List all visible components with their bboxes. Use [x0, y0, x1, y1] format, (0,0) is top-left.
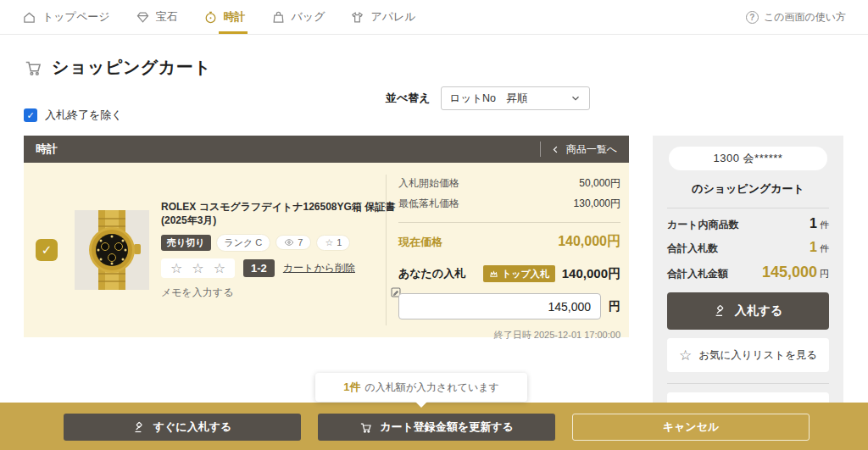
help-link[interactable]: ? この画面の使い方: [746, 0, 846, 34]
nav-item-apparel[interactable]: アパレル: [350, 0, 415, 34]
exclude-ended-checkbox[interactable]: ✓: [24, 108, 37, 122]
current-price-value: 140,000円: [558, 233, 620, 251]
star-icon[interactable]: ☆: [170, 260, 182, 276]
page-title-row: ショッピングカート: [24, 56, 211, 79]
sidebar-divider: [667, 383, 829, 384]
favorites-list-button[interactable]: ☆ お気に入りリストを見る: [667, 338, 829, 372]
nav-item-watches[interactable]: 時計: [203, 0, 246, 34]
place-bid-button[interactable]: 入札する: [667, 292, 829, 330]
gem-icon: [136, 10, 150, 25]
header-divider: [540, 142, 541, 157]
product-select-checkbox[interactable]: ✓: [36, 239, 58, 261]
tooltip-text: の入札額が入力されています: [364, 381, 498, 395]
eye-icon: [284, 237, 294, 247]
sidebar-divider: [667, 208, 829, 208]
rating-stars[interactable]: ☆☆☆: [161, 258, 235, 278]
update-cart-button[interactable]: カート登録金額を更新する: [318, 414, 555, 441]
start-price-value: 50,000円: [579, 176, 620, 191]
nav-item-bags[interactable]: バッグ: [271, 0, 326, 34]
category-label: 時計: [36, 142, 58, 157]
nav-label: アパレル: [370, 9, 415, 25]
end-time: 終了日時 2025-12-01 17:00:00: [398, 329, 620, 342]
watch-icon: [203, 10, 218, 25]
start-price-label: 入札開始価格: [398, 176, 459, 191]
nav-item-top-page[interactable]: トップページ: [22, 0, 110, 34]
nav-item-jewelry[interactable]: 宝石: [136, 0, 178, 34]
crown-icon: [489, 269, 498, 279]
min-price-label: 最低落札価格: [398, 197, 459, 211]
total-bid-count-row: 合計入札数 1件: [667, 240, 829, 256]
your-bid-amount: 140,000円: [562, 266, 620, 282]
watch-photo: [75, 210, 149, 290]
view-count-badge: 7: [275, 235, 311, 250]
bid-button-label: 入札する: [735, 303, 783, 319]
nav-label: 時計: [224, 9, 246, 25]
cart-icon: [359, 421, 372, 434]
page: トップページ 宝石 時計 バッグ アパレル ? この画面の使い方 ショッピングカ…: [0, 0, 868, 450]
update-cart-label: カート登録金額を更新する: [380, 419, 514, 435]
soldout-badge: 売り切り: [161, 235, 211, 251]
card-divider: [386, 175, 387, 325]
favorites-button-label: お気に入りリストを見る: [698, 348, 817, 363]
rank-badge: ランク C: [216, 234, 271, 252]
back-to-list-link[interactable]: 商品一覧へ: [551, 142, 617, 157]
price-divider: [398, 222, 620, 223]
cart-icon: [24, 58, 42, 77]
tooltip-count: 1件: [343, 380, 360, 395]
star-icon[interactable]: ☆: [214, 260, 225, 276]
listing-header: 時計 商品一覧へ: [24, 136, 629, 163]
memo-placeholder[interactable]: メモを入力する: [161, 286, 233, 300]
nav-label: 宝石: [156, 9, 178, 25]
sort-label: 並べ替え: [386, 91, 431, 106]
top-bid-badge: トップ入札: [483, 265, 555, 282]
help-label: この画面の使い方: [764, 10, 846, 25]
listing-section: 時計 商品一覧へ ✓: [24, 136, 629, 337]
gavel-icon: [133, 421, 146, 434]
footer-action-bar: すぐに入札する カート登録金額を更新する キャンセル: [0, 403, 868, 450]
top-nav: トップページ 宝石 時計 バッグ アパレル ? この画面の使い方: [0, 0, 868, 35]
bid-amount-input[interactable]: [398, 293, 601, 319]
total-bid-count: 1: [810, 240, 817, 254]
favorite-count-badge: ☆ 1: [316, 235, 350, 251]
bid-count-tooltip: 1件 の入札額が入力されています: [315, 373, 527, 402]
star-icon[interactable]: ☆: [192, 260, 203, 276]
member-id-pill: 1300 会******: [669, 147, 827, 170]
sort-row: 並べ替え ロットNo 昇順: [386, 86, 590, 110]
page-title: ショッピングカート: [52, 56, 211, 79]
question-icon: ?: [746, 11, 759, 24]
lot-number-badge: 1-2: [243, 259, 275, 277]
chevron-left-icon: [551, 145, 560, 154]
chevron-down-icon: [570, 93, 581, 103]
nav-label: バッグ: [292, 9, 326, 25]
bid-now-button[interactable]: すぐに入札する: [64, 414, 301, 441]
product-image[interactable]: [75, 210, 149, 290]
product-title: ROLEX コスモグラフデイトナ126508YG箱 保証書(2025年3月): [161, 200, 402, 227]
gavel-icon: [714, 304, 727, 318]
sort-value: ロットNo 昇順: [450, 92, 528, 106]
sort-dropdown[interactable]: ロットNo 昇順: [441, 86, 590, 110]
filter-row: ✓ 入札終了を除く: [24, 108, 123, 123]
min-price-value: 130,000円: [574, 197, 620, 211]
current-price-label: 現在価格: [398, 235, 442, 250]
total-bid-amount: 145,000: [762, 264, 817, 281]
home-icon: [22, 10, 36, 25]
bag-icon: [271, 10, 286, 25]
your-bid-label: あなたの入札: [398, 266, 483, 281]
currency-label: 円: [609, 299, 620, 314]
shirt-icon: [350, 10, 364, 25]
cart-item-count-row: カート内商品数 1件: [667, 216, 829, 232]
product-card: ✓: [24, 163, 629, 337]
remove-from-cart-link[interactable]: カートから削除: [283, 261, 355, 275]
cart-owner-label: のショッピングカート: [667, 181, 829, 197]
cancel-label: キャンセル: [663, 419, 720, 435]
cart-item-count: 1: [810, 216, 817, 231]
total-bid-amount-row: 合計入札金額 145,000円: [667, 264, 829, 281]
star-icon: ☆: [679, 347, 692, 364]
back-link-label: 商品一覧へ: [566, 142, 617, 157]
star-icon: ☆: [325, 237, 333, 248]
nav-label: トップページ: [42, 9, 110, 25]
filter-label: 入札終了を除く: [45, 108, 123, 123]
cancel-button[interactable]: キャンセル: [572, 414, 810, 441]
bid-now-label: すぐに入札する: [153, 419, 232, 435]
